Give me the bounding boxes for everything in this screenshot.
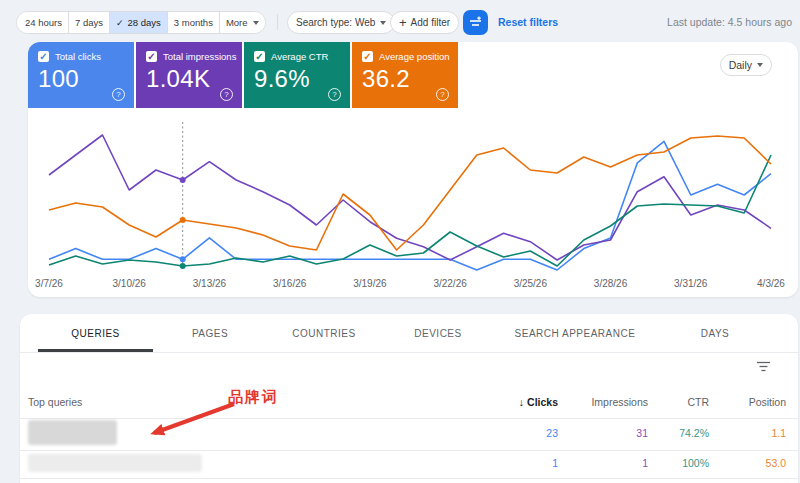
metric-label: Total impressions	[163, 51, 236, 62]
checkbox-checked-icon[interactable]: ✓	[146, 51, 157, 62]
metric-value: 9.6%	[254, 65, 340, 93]
checkbox-checked-icon[interactable]: ✓	[254, 51, 265, 62]
check-icon: ✓	[116, 18, 124, 28]
search-type-label: Search type: Web	[296, 17, 375, 28]
column-header-clicks[interactable]: ↓Clicks	[519, 396, 558, 408]
metric-value: 100	[38, 65, 124, 93]
tab-label: DEVICES	[414, 328, 461, 339]
column-header-position[interactable]: Position	[749, 396, 786, 408]
redacted-query-text	[28, 454, 202, 472]
toolbar: 24 hours7 days✓28 days3 monthsMore Searc…	[0, 0, 800, 40]
x-axis-label: 3/28/26	[594, 278, 628, 289]
date-range-label: 3 months	[174, 17, 213, 28]
position-marker-dot	[180, 217, 186, 223]
metric-card-average-position[interactable]: ✓Average position36.2?	[352, 42, 458, 108]
filter-list-icon[interactable]	[757, 361, 770, 372]
clicks-value: 23	[546, 427, 558, 439]
queries-table-card: QUERIESPAGESCOUNTRIESDEVICESSEARCH APPEA…	[20, 314, 798, 483]
help-icon[interactable]: ?	[328, 88, 341, 101]
more-label: More	[226, 17, 248, 28]
metric-card-total-clicks[interactable]: ✓Total clicks100?	[28, 42, 134, 108]
checkbox-checked-icon[interactable]: ✓	[38, 51, 49, 62]
impressions-value: 1	[642, 457, 648, 469]
column-header-ctr[interactable]: CTR	[687, 396, 709, 408]
x-axis-label: 3/16/26	[273, 278, 307, 289]
tab-countries[interactable]: COUNTRIES	[267, 314, 381, 352]
ctr-marker-dot	[180, 263, 186, 269]
plus-icon: +	[399, 15, 407, 30]
tab-queries[interactable]: QUERIES	[38, 314, 153, 352]
clicks-marker-dot	[180, 256, 186, 262]
impressions-line	[49, 135, 771, 260]
column-header-label: Clicks	[527, 396, 558, 408]
granularity-dropdown[interactable]: Daily	[720, 54, 772, 76]
granularity-label: Daily	[729, 59, 752, 71]
x-axis-label: 3/22/26	[433, 278, 467, 289]
help-icon[interactable]: ?	[220, 88, 233, 101]
position-value: 1.1	[771, 427, 786, 439]
add-filter-button[interactable]: + Add filter	[390, 11, 459, 34]
search-type-dropdown[interactable]: Search type: Web	[287, 11, 395, 34]
column-header-label: Position	[749, 396, 786, 408]
chevron-down-icon	[253, 21, 259, 25]
x-axis-label: 3/19/26	[353, 278, 387, 289]
toolbar-divider	[277, 14, 278, 30]
checkbox-checked-icon[interactable]: ✓	[362, 51, 373, 62]
ctr-value: 74.2%	[679, 427, 709, 439]
tab-pages[interactable]: PAGES	[153, 314, 267, 352]
impressions-value: 31	[636, 427, 648, 439]
tab-label: DAYS	[701, 328, 730, 339]
date-range-28-days[interactable]: ✓28 days	[109, 12, 167, 33]
sort-descending-icon: ↓	[519, 396, 524, 408]
x-axis-label: 3/13/26	[193, 278, 227, 289]
help-icon[interactable]: ?	[112, 88, 125, 101]
date-range-label: 7 days	[75, 17, 103, 28]
row-divider	[20, 450, 798, 451]
help-icon[interactable]: ?	[436, 88, 449, 101]
x-axis-label: 3/10/26	[113, 278, 147, 289]
tab-days[interactable]: DAYS	[655, 314, 775, 352]
date-range-7-days[interactable]: 7 days	[68, 12, 109, 33]
metric-card-average-ctr[interactable]: ✓Average CTR9.6%?	[244, 42, 350, 108]
top-queries-header: Top queries	[28, 396, 82, 408]
metric-card-total-impressions[interactable]: ✓Total impressions1.04K?	[136, 42, 242, 108]
last-update-text: Last update: 4.5 hours ago	[667, 16, 792, 28]
metric-cards-row: ✓Total clicks100?✓Total impressions1.04K…	[28, 42, 458, 108]
tab-label: COUNTRIES	[292, 328, 355, 339]
add-filter-label: Add filter	[411, 17, 450, 28]
position-line	[49, 136, 771, 250]
tab-label: SEARCH APPEARANCE	[515, 328, 636, 339]
chevron-down-icon	[380, 21, 386, 25]
tab-label: PAGES	[192, 328, 228, 339]
tabs-divider	[20, 352, 798, 353]
metric-label: Average position	[379, 51, 450, 62]
x-axis-label: 3/25/26	[514, 278, 548, 289]
filter-toggle-button[interactable]	[463, 10, 488, 35]
clicks-line	[49, 141, 771, 270]
row-divider	[20, 478, 798, 479]
tune-filter-icon	[468, 15, 483, 30]
tab-devices[interactable]: DEVICES	[381, 314, 495, 352]
dimension-tabs: QUERIESPAGESCOUNTRIESDEVICESSEARCH APPEA…	[38, 314, 775, 352]
chevron-down-icon	[757, 63, 763, 67]
date-range-3-months[interactable]: 3 months	[167, 12, 219, 33]
metric-value: 1.04K	[146, 65, 232, 93]
clicks-value: 1	[552, 457, 558, 469]
annotation-text: 品牌词	[228, 388, 279, 407]
reset-filters-link[interactable]: Reset filters	[498, 16, 558, 28]
metric-label: Average CTR	[271, 51, 328, 62]
search-console-performance-page: 24 hours7 days✓28 days3 monthsMore Searc…	[0, 0, 800, 483]
more-dropdown[interactable]: More	[219, 12, 265, 33]
ctr-value: 100%	[682, 457, 709, 469]
column-header-impressions[interactable]: Impressions	[591, 396, 648, 408]
metric-value: 36.2	[362, 65, 448, 93]
tab-label: QUERIES	[71, 328, 120, 339]
row-divider	[20, 418, 798, 419]
column-header-label: CTR	[687, 396, 709, 408]
column-header-label: Impressions	[591, 396, 648, 408]
x-axis-label: 3/31/26	[674, 278, 708, 289]
tab-search-appearance[interactable]: SEARCH APPEARANCE	[495, 314, 655, 352]
position-value: 53.0	[766, 457, 786, 469]
date-range-label: 28 days	[128, 17, 161, 28]
date-range-24-hours[interactable]: 24 hours	[17, 12, 68, 33]
